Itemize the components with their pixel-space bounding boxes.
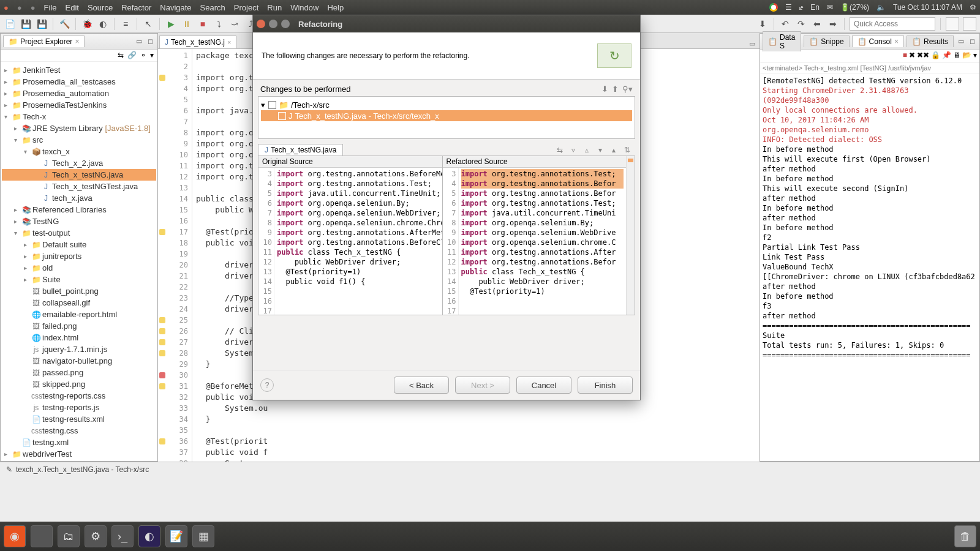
format-button[interactable]: ≡ — [119, 18, 132, 30]
nav-button[interactable]: ↶ — [779, 18, 791, 30]
tree-row[interactable]: ▸📚JRE System Library [JavaSE-1.8] — [2, 122, 156, 134]
minimize-icon[interactable] — [269, 20, 277, 28]
tree-row[interactable]: JTech_x_testNG.java - Tech-x/src/texch_x — [261, 110, 632, 121]
tab-snippe[interactable]: 📋 Snippe — [804, 36, 849, 47]
cancel-button[interactable]: Cancel — [516, 377, 571, 394]
debug-button[interactable]: 🐞 — [81, 18, 93, 30]
menu-icon[interactable]: ▾ — [973, 51, 977, 61]
filter-icon[interactable]: ⚬ — [140, 51, 146, 60]
tree-row[interactable]: ▸📁Default suite — [2, 239, 156, 250]
scroll-lock-icon[interactable]: 🔒 — [931, 51, 940, 61]
stop-icon[interactable]: ■ — [903, 51, 907, 61]
tree-row[interactable]: ▸📁Prosemedia_all_testcases — [2, 76, 156, 88]
new-button[interactable]: 📄 — [4, 18, 16, 30]
tree-row[interactable]: 🖼navigator-bullet.png — [2, 355, 156, 367]
toggle-button[interactable]: ◐ — [97, 18, 109, 30]
tree-row[interactable]: 🖼passed.png — [2, 367, 156, 378]
maximize-icon[interactable]: ◻ — [145, 37, 155, 47]
tree-row[interactable]: ▸📁junitreports — [2, 250, 156, 262]
minimize-icon[interactable]: ▭ — [747, 39, 757, 48]
back-button[interactable]: ⬅ — [811, 18, 823, 30]
nav-button[interactable]: ⬇ — [756, 18, 769, 30]
menu-help[interactable]: Help — [327, 3, 344, 12]
quick-access-input[interactable] — [850, 17, 935, 31]
tree-row[interactable]: 🖼collapseall.gif — [2, 297, 156, 309]
expand-down-icon[interactable]: ⬇ — [601, 84, 608, 94]
wifi-icon[interactable]: ⸙ — [799, 3, 803, 12]
tree-row[interactable]: ▸📁Prosemedia_automation — [2, 88, 156, 99]
stop-button[interactable]: ■ — [197, 18, 209, 30]
chrome-icon[interactable] — [769, 3, 778, 12]
tree-row[interactable]: JTech_x_testNGTest.java — [2, 181, 156, 192]
eclipse-icon[interactable]: ◐ — [138, 525, 160, 547]
menu-run[interactable]: Run — [267, 3, 282, 12]
tree-row[interactable]: ▸📚Referenced Libraries — [2, 204, 156, 216]
menu-refactor[interactable]: Refactor — [121, 3, 151, 12]
perspective-button[interactable] — [963, 17, 976, 31]
tree-row[interactable]: jstestng-reports.js — [2, 402, 156, 413]
pin-icon[interactable]: 📌 — [942, 51, 951, 61]
tree-row[interactable]: ▸📚TestNG — [2, 216, 156, 227]
collapse-all-icon[interactable]: ⇆ — [118, 51, 124, 60]
tree-row[interactable]: ▸📁Suite — [2, 274, 156, 285]
window-control-icon[interactable]: ● — [4, 3, 9, 12]
workspaces-icon[interactable]: ▦ — [192, 525, 214, 547]
help-button[interactable]: ? — [260, 378, 274, 392]
checkbox[interactable] — [268, 101, 276, 109]
tab-datas[interactable]: 📋 Data S — [763, 31, 801, 51]
tree-row[interactable]: JTech_x_testNG.java — [2, 169, 156, 181]
lang-indicator[interactable]: En — [810, 3, 820, 12]
tree-row[interactable]: 📄testng-results.xml — [2, 413, 156, 425]
compare-tab[interactable]: J Tech_x_testNG.java — [258, 144, 343, 156]
tree-row[interactable]: Jtech_x.java — [2, 192, 156, 204]
checkbox[interactable] — [278, 112, 286, 120]
maximize-icon[interactable] — [281, 20, 290, 28]
run-button[interactable]: ▶ — [165, 18, 177, 30]
clear-icon[interactable]: ✖ — [909, 51, 915, 61]
save-button[interactable]: 💾 — [20, 18, 32, 30]
tree-row[interactable]: ▸📁webdriverTest — [2, 448, 156, 460]
ubuntu-launcher-icon[interactable]: ◉ — [4, 525, 26, 547]
tree-row[interactable]: ▾ 📁/Tech-x/src — [261, 99, 632, 110]
chrome-icon[interactable] — [31, 525, 53, 547]
display-icon[interactable]: 🖥 — [953, 51, 960, 61]
menu-icon[interactable]: ▾ — [150, 51, 154, 60]
trash-icon[interactable]: 🗑 — [954, 525, 976, 547]
tree-row[interactable]: 🌐emailable-report.html — [2, 309, 156, 320]
menu-file[interactable]: File — [44, 3, 57, 12]
terminal-icon[interactable]: ›_ — [111, 525, 134, 547]
maximize-icon[interactable]: ◻ — [967, 37, 977, 47]
volume-icon[interactable]: 🔈 — [876, 3, 886, 12]
tree-row[interactable]: csstestng.css — [2, 425, 156, 437]
close-icon[interactable] — [257, 20, 265, 28]
minimize-icon[interactable]: ▭ — [956, 37, 966, 47]
tree-row[interactable]: 📄testng.xml — [2, 437, 156, 448]
battery-indicator[interactable]: 🔋(27%) — [840, 3, 869, 12]
tree-row[interactable]: jsjquery-1.7.1.min.js — [2, 343, 156, 355]
tab-results[interactable]: 📋 Results — [907, 36, 954, 47]
finish-button[interactable]: Finish — [578, 377, 633, 394]
tree-row[interactable]: 🌐index.html — [2, 332, 156, 343]
text-editor-icon[interactable]: 📝 — [165, 525, 187, 547]
tab-consol[interactable]: 📋 Consol × — [852, 36, 904, 47]
step-button[interactable]: ⤵ — [213, 18, 225, 30]
filter-icon[interactable]: ⚲▾ — [622, 84, 633, 94]
settings-icon[interactable]: ⚙ — [85, 525, 107, 547]
menu-project[interactable]: Project — [234, 3, 258, 12]
gear-icon[interactable]: ⚙ — [970, 3, 976, 12]
diff-overview[interactable] — [626, 156, 635, 315]
prev-change-icon[interactable]: ▴ — [608, 144, 619, 156]
link-icon[interactable]: 🔗 — [127, 51, 137, 60]
save-all-button[interactable]: 💾 — [36, 18, 48, 30]
files-icon[interactable]: 🗂 — [58, 525, 80, 547]
clock[interactable]: Tue Oct 10 11:07 AM — [893, 3, 962, 12]
back-button[interactable]: < Back — [394, 377, 449, 394]
remove-all-icon[interactable]: ✖✖ — [917, 51, 929, 61]
next-diff-icon[interactable]: ▿ — [568, 144, 579, 156]
window-control-icon[interactable]: ● — [31, 3, 36, 12]
tree-row[interactable]: csstestng-reports.css — [2, 390, 156, 402]
pointer-icon[interactable]: ↖ — [142, 18, 154, 30]
menu-edit[interactable]: Edit — [66, 3, 79, 12]
perspective-button[interactable] — [946, 17, 959, 31]
pause-button[interactable]: ⏸ — [181, 18, 193, 30]
